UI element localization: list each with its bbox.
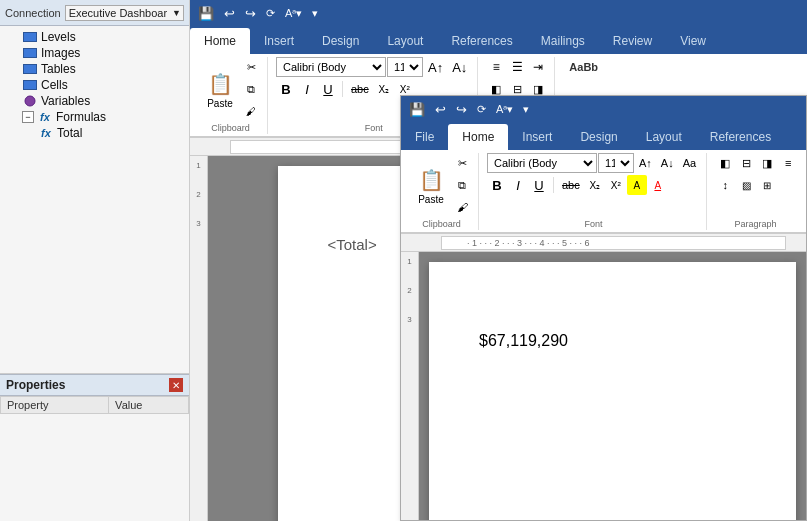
paste-label-1: Paste	[207, 98, 233, 109]
sidebar-item-label: Cells	[41, 78, 68, 92]
grow-font-button-1[interactable]: A↑	[424, 57, 447, 77]
customize-icon[interactable]: Aᵃ▾	[281, 4, 306, 23]
font-name-selector-2[interactable]: Calibri (Body	[487, 153, 597, 173]
align-left-2[interactable]: ◧	[715, 153, 735, 173]
more-icon-2[interactable]: ▾	[519, 100, 533, 119]
tab-file-2[interactable]: File	[401, 124, 448, 150]
tab-design-2[interactable]: Design	[566, 124, 631, 150]
copy-button-2[interactable]: ⧉	[452, 175, 472, 195]
indent-button-1[interactable]: ⇥	[528, 57, 548, 77]
sidebar-item-images[interactable]: Images	[0, 45, 189, 61]
shrink-font-button-1[interactable]: A↓	[448, 57, 471, 77]
connection-value: Executive Dashboar	[69, 7, 167, 19]
tab-mailings-1[interactable]: Mailings	[527, 28, 599, 54]
paragraph-group-2: ◧ ⊟ ◨ ≡ ↕ ▨ ⊞ Paragraph	[709, 153, 802, 230]
sidebar-item-label: Tables	[41, 62, 76, 76]
expand-icon[interactable]: −	[22, 111, 34, 123]
underline-button-2[interactable]: U	[529, 175, 549, 195]
subscript-button-1[interactable]: X₂	[374, 79, 394, 99]
bold-button-2[interactable]: B	[487, 175, 507, 195]
undo-icon-2[interactable]: ↩	[431, 99, 450, 120]
svg-point-0	[25, 96, 35, 106]
sidebar-item-levels[interactable]: Levels	[0, 29, 189, 45]
sidebar-item-label: Images	[41, 46, 80, 60]
tab-references-1[interactable]: References	[437, 28, 526, 54]
connection-dropdown[interactable]: Executive Dashboar ▼	[65, 5, 184, 21]
cells-icon	[22, 78, 38, 92]
cut-button-2[interactable]: ✂	[452, 153, 472, 173]
ruler-v-1: 1 2 3	[190, 156, 208, 521]
tab-insert-1[interactable]: Insert	[250, 28, 308, 54]
tab-view-1[interactable]: View	[666, 28, 720, 54]
font-color-btn-2[interactable]: Aa	[679, 153, 700, 173]
format-painter-button-1[interactable]: 🖌	[241, 101, 261, 121]
font-size-selector-1[interactable]: 11	[387, 57, 423, 77]
left-panel: Connection Executive Dashboar ▼ Levels I…	[0, 0, 190, 521]
aabbn-label: AaBb	[563, 57, 604, 77]
value-col-header: Value	[109, 397, 189, 414]
align-right-2[interactable]: ◨	[757, 153, 777, 173]
tab-layout-2[interactable]: Layout	[632, 124, 696, 150]
undo-icon[interactable]: ↩	[220, 3, 239, 24]
tab-insert-2[interactable]: Insert	[508, 124, 566, 150]
shrink-font-2[interactable]: A↓	[657, 153, 678, 173]
properties-header: Properties ✕	[0, 374, 189, 396]
align-center-2[interactable]: ⊟	[736, 153, 756, 173]
dollar-amount: $67,119,290	[479, 332, 746, 350]
refresh-icon[interactable]: ⟳	[262, 4, 279, 23]
sidebar-item-total[interactable]: fx Total	[0, 125, 189, 141]
font-group-2: Calibri (Body 11 A↑ A↓ Aa B I U	[481, 153, 707, 230]
paste-button-2[interactable]: 📋 Paste	[411, 160, 451, 210]
subscript-button-2[interactable]: X₂	[585, 175, 605, 195]
italic-button-1[interactable]: I	[297, 79, 317, 99]
align-justify-2[interactable]: ≡	[778, 153, 798, 173]
tab-layout-1[interactable]: Layout	[373, 28, 437, 54]
properties-title: Properties	[6, 378, 65, 392]
strikethrough-button-2[interactable]: abc	[558, 175, 584, 195]
shading-2[interactable]: ▨	[736, 175, 756, 195]
sidebar-item-label: Variables	[41, 94, 90, 108]
more-icon[interactable]: ▾	[308, 4, 322, 23]
font-color-btn2-2[interactable]: A	[648, 175, 668, 195]
tab-review-1[interactable]: Review	[599, 28, 666, 54]
refresh-icon-2[interactable]: ⟳	[473, 100, 490, 119]
quick-access-toolbar-1: 💾 ↩ ↪ ⟳ Aᵃ▾ ▾	[190, 0, 807, 26]
borders-2[interactable]: ⊞	[757, 175, 777, 195]
sidebar-item-tables[interactable]: Tables	[0, 61, 189, 77]
sidebar-item-cells[interactable]: Cells	[0, 77, 189, 93]
italic-button-2[interactable]: I	[508, 175, 528, 195]
font-size-selector-2[interactable]: 11	[598, 153, 634, 173]
bullets-button-1[interactable]: ≡	[486, 57, 506, 77]
grow-font-2[interactable]: A↑	[635, 153, 656, 173]
save-icon-2[interactable]: 💾	[405, 99, 429, 120]
ribbon-tabs-2: File Home Insert Design Layout Reference…	[401, 122, 806, 150]
line-spacing-2[interactable]: ↕	[715, 175, 735, 195]
tab-references-2[interactable]: References	[696, 124, 785, 150]
tab-design-1[interactable]: Design	[308, 28, 373, 54]
cut-button-1[interactable]: ✂	[241, 57, 261, 77]
sidebar-item-formulas[interactable]: − fx Formulas	[0, 109, 189, 125]
copy-button-1[interactable]: ⧉	[241, 79, 261, 99]
font-name-selector-1[interactable]: Calibri (Body	[276, 57, 386, 77]
sidebar-item-variables[interactable]: Variables	[0, 93, 189, 109]
customize-icon-2[interactable]: Aᵃ▾	[492, 100, 517, 119]
redo-icon-2[interactable]: ↪	[452, 99, 471, 120]
highlight-btn-2[interactable]: A	[627, 175, 647, 195]
close-properties-button[interactable]: ✕	[169, 378, 183, 392]
tab-home-1[interactable]: Home	[190, 28, 250, 54]
paste-label-2: Paste	[418, 194, 444, 205]
numbering-button-1[interactable]: ☰	[507, 57, 527, 77]
save-icon[interactable]: 💾	[194, 3, 218, 24]
tab-home-2[interactable]: Home	[448, 124, 508, 150]
doc-scroll-2[interactable]: $67,119,290	[419, 252, 806, 520]
paste-button-1[interactable]: 📋 Paste	[200, 64, 240, 114]
redo-icon[interactable]: ↪	[241, 3, 260, 24]
clipboard-label-1: Clipboard	[211, 121, 250, 134]
strikethrough-button-1[interactable]: abc	[347, 79, 373, 99]
ruler-2: · 1 · · · 2 · · · 3 · · · 4 · · · 5 · · …	[401, 234, 806, 252]
paste-icon-2: 📋	[417, 166, 445, 194]
bold-button-1[interactable]: B	[276, 79, 296, 99]
format-painter-button-2[interactable]: 🖌	[452, 197, 472, 217]
underline-button-1[interactable]: U	[318, 79, 338, 99]
superscript-button-2[interactable]: X²	[606, 175, 626, 195]
